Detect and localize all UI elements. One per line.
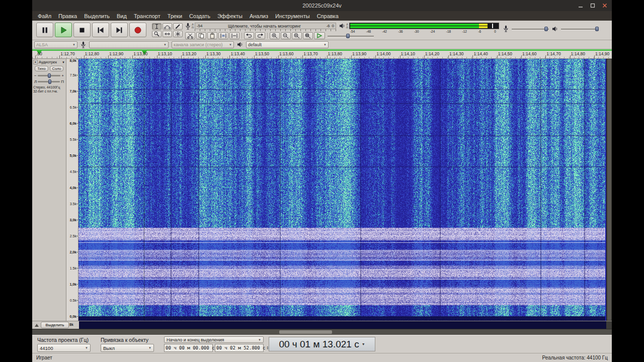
playback-volume-slider[interactable] [561, 26, 598, 32]
menu-item-4[interactable]: Транспорт [130, 12, 164, 20]
play-at-speed-button[interactable] [314, 32, 325, 39]
zoom-selection-button[interactable] [292, 32, 302, 39]
spinner-icon[interactable]: ▲▼ [267, 346, 269, 350]
menu-item-2[interactable]: Выделить [80, 12, 113, 20]
timeline-tick [448, 55, 449, 58]
timeline-tick [375, 55, 376, 58]
recording-device-combo[interactable]: ▼ [89, 41, 169, 48]
paste-button[interactable] [207, 32, 217, 39]
quickplay-strip[interactable] [32, 49, 612, 51]
stop-button[interactable] [73, 23, 91, 37]
menu-item-1[interactable]: Правка [55, 12, 80, 20]
menu-item-3[interactable]: Вид [113, 12, 130, 20]
playback-device-combo[interactable]: default▼ [246, 41, 329, 48]
mixer-toolbar [503, 25, 598, 32]
menu-item-0[interactable]: Файл [34, 12, 55, 20]
frequency-ruler[interactable]: 8,0k7.5k7,0k6.5k6,0k5.5k5,0k4.5k4,0k3.5k… [66, 59, 78, 321]
playback-speed-thumb[interactable] [346, 34, 350, 38]
selection-start-field[interactable]: 00 ч 00 м 00.000 с ▲▼ [164, 344, 213, 352]
timeline-label: 1:13,30 [206, 51, 220, 56]
selection-tool-button[interactable] [152, 23, 162, 30]
mute-button[interactable]: Тихо [35, 66, 48, 71]
play-button[interactable] [55, 23, 72, 37]
rec-scale-mid: -6 [326, 24, 330, 28]
audio-position-display[interactable]: 00 ч 01 м 13.021 с ▼ [269, 337, 375, 351]
undo-button[interactable] [244, 32, 254, 39]
timeline-tick [594, 55, 595, 58]
menu-item-8[interactable]: Анализ [246, 12, 272, 20]
menu-item-6[interactable]: Создать [186, 12, 214, 20]
record-button[interactable] [129, 23, 146, 37]
gain-thumb[interactable] [48, 73, 51, 78]
recording-volume-thumb[interactable] [544, 27, 548, 31]
recording-channels-combo[interactable]: канала записи (стерео)▼ [172, 41, 234, 48]
horizontal-scrollbar[interactable] [32, 329, 612, 335]
project-rate-label: Частота проекта (Гц) [37, 337, 89, 343]
selection-mode-combo[interactable]: Начало и конец выделения▼ [164, 336, 264, 343]
minimize-button[interactable] [578, 3, 584, 9]
zoom-tool-button[interactable] [152, 31, 162, 37]
playback-meter-bars [349, 23, 499, 29]
microphone-icon [80, 41, 86, 48]
project-rate-combo[interactable]: 44100▼ [37, 344, 91, 352]
timeline-tick [84, 55, 85, 58]
timeline-label: 1:14,90 [595, 51, 609, 56]
speaker-icon [552, 26, 558, 32]
pause-button[interactable] [36, 23, 53, 37]
recording-volume-slider[interactable] [512, 26, 549, 32]
horizontal-scrollbar-handle[interactable] [279, 330, 332, 334]
host-combo[interactable]: ALSA▼ [34, 41, 77, 48]
timeline-tick [108, 55, 109, 58]
menu-item-7[interactable]: Эффекты [214, 12, 246, 20]
select-track-button[interactable]: Выделить [41, 322, 69, 328]
envelope-tool-button[interactable] [163, 23, 172, 30]
menu-item-5[interactable]: Треки [164, 12, 186, 20]
silence-button[interactable] [229, 32, 239, 39]
host-value: ALSA [36, 42, 48, 47]
maximize-button[interactable] [590, 3, 596, 9]
gain-slider[interactable]: − + [33, 72, 65, 78]
timeline-ruler[interactable]: ,601:12,701:12,801:12,901:13,001:13,101:… [32, 49, 612, 59]
playback-meter[interactable]: Л П -54-48-42-36-30-24-18-12-60 [339, 23, 499, 33]
track-name[interactable]: Аудиотрек [39, 60, 57, 64]
playback-speed-slider[interactable] [328, 33, 374, 39]
spectrogram-view[interactable] [78, 59, 606, 321]
multi-tool-button[interactable] [173, 31, 183, 37]
pan-slider[interactable]: Л П [33, 78, 65, 84]
menu-item-9[interactable]: Инструменты [272, 12, 313, 20]
selection-end-field[interactable]: 00 ч 02 м 52.800 с ▲▼ [215, 344, 264, 352]
pan-thumb[interactable] [48, 79, 51, 84]
playback-volume-thumb[interactable] [595, 27, 599, 31]
playback-scale-number: -12 [462, 30, 467, 33]
zoom-fit-button[interactable] [303, 32, 313, 39]
playback-scale-number: -36 [398, 30, 403, 33]
track-close-button[interactable]: ✕ [33, 60, 38, 64]
skip-to-start-button[interactable] [92, 23, 109, 37]
menu-item-10[interactable]: Справка [313, 12, 342, 20]
vertical-scrollbar-handle[interactable] [607, 59, 611, 320]
microphone-icon [503, 25, 509, 32]
timeline-label: 1:14,80 [571, 51, 585, 56]
cut-button[interactable] [185, 32, 195, 39]
vertical-scrollbar[interactable] [606, 59, 612, 321]
draw-tool-button[interactable] [173, 23, 183, 30]
zoom-out-button[interactable] [281, 32, 291, 39]
skip-to-end-button[interactable] [111, 23, 128, 37]
zoom-in-button[interactable] [270, 32, 280, 39]
spectrogram-canvas[interactable] [78, 59, 605, 321]
timeline-tick [521, 55, 522, 58]
monitoring-message[interactable]: Щёлкните, чтобы начать мониторинг [205, 24, 325, 29]
frequency-tick [76, 75, 78, 75]
trim-outside-button[interactable] [218, 32, 228, 39]
track-menu-arrow-icon[interactable]: ▼ [62, 61, 65, 64]
snap-combo[interactable]: Выкл▼ [101, 344, 154, 352]
close-button[interactable] [602, 3, 608, 9]
collapse-track-button[interactable] [34, 323, 39, 328]
redo-button[interactable] [255, 32, 265, 39]
copy-button[interactable] [196, 32, 206, 39]
frequency-label: 4,0k [69, 186, 76, 190]
timeline-label: 1:13,50 [255, 51, 269, 56]
timeshift-tool-button[interactable] [163, 31, 172, 37]
recording-meter[interactable]: Л П -54 Щёлкните, чтобы начать мониторин… [185, 23, 336, 33]
solo-button[interactable]: Соло [50, 66, 63, 71]
